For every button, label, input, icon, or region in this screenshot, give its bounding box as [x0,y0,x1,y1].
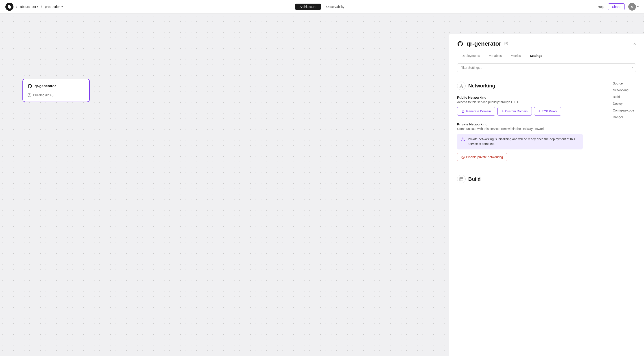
chevron-down-icon-1: ▾ [37,5,38,8]
clock-icon [28,93,32,97]
sidenav-source[interactable]: Source [613,82,640,85]
panel-github-icon [457,41,463,47]
breadcrumb-production[interactable]: production ▾ [45,5,63,9]
disable-private-networking-button[interactable]: Disable private networking [457,153,507,161]
disable-icon [461,155,465,159]
sidenav-build[interactable]: Build [613,95,640,99]
share-button[interactable]: Share [608,3,625,10]
help-link[interactable]: Help [598,5,604,9]
private-networking-info-text: Private networking is initializing and w… [468,137,579,146]
service-card-qr-generator[interactable]: qr-generator Building (0:39) [22,79,90,102]
custom-domain-button[interactable]: + Custom Domain [498,107,532,115]
network-info-icon [461,137,465,143]
topnav-right: Help Share U ▾ [598,3,638,11]
tcp-proxy-button[interactable]: + TCP Proxy [534,107,561,115]
generate-icon [461,110,465,113]
tab-observability[interactable]: Observability [322,4,349,10]
panel-tabs: Deployments Variables Metrics Settings [457,52,636,60]
public-networking-desc: Access to this service publicly through … [457,100,600,104]
networking-title: Networking [468,83,495,89]
service-card-header: qr-generator [28,84,85,89]
build-section: Build [457,168,600,184]
private-networking-desc: Communicate with this service from withi… [457,127,600,131]
panel-close-button[interactable]: × [633,42,636,46]
build-icon [457,175,466,184]
filter-slash-indicator: / [632,66,633,69]
svg-line-6 [461,86,463,87]
private-networking-info-box: Private networking is initializing and w… [457,134,583,149]
panel-sidenav: Source Networking Build Deploy Config-as… [608,75,644,356]
service-card-name: qr-generator [34,84,56,88]
panel-header: qr-generator × Deployments Variables Met… [449,34,644,60]
avatar-initials: U [631,5,633,8]
build-section-header: Build [457,175,600,184]
sidenav-deploy[interactable]: Deploy [613,102,640,105]
networking-icon [457,82,466,90]
service-card-status: Building (0:39) [28,93,85,97]
filter-settings-input[interactable] [457,63,636,72]
svg-point-8 [461,140,462,141]
sidenav-danger[interactable]: Danger [613,115,640,119]
railway-logo[interactable] [6,3,14,11]
svg-line-5 [460,86,461,87]
svg-point-3 [462,87,463,87]
svg-point-7 [462,138,463,138]
plus-icon-2: + [538,109,540,113]
svg-rect-15 [460,177,463,181]
networking-section-header: Networking [457,82,600,90]
svg-point-1 [461,84,462,85]
breadcrumb-absurd-pet[interactable]: absurd-pet ▾ [20,5,38,9]
breadcrumb-sep-1: / [16,4,17,9]
avatar-chevron-icon[interactable]: ▾ [637,5,638,8]
topnav: / absurd-pet ▾ / production ▾ Architectu… [0,0,644,14]
svg-line-12 [463,140,464,140]
tab-variables[interactable]: Variables [484,52,506,60]
tab-deployments[interactable]: Deployments [457,52,484,60]
public-networking-title: Public Networking [457,96,600,99]
generate-domain-button[interactable]: Generate Domain [457,107,495,115]
svg-line-14 [462,156,464,158]
filter-bar: / [449,60,644,75]
edit-icon[interactable] [504,42,508,46]
panel-title: qr-generator [466,40,501,47]
private-networking-section: Private Networking Communicate with this… [457,122,600,161]
svg-line-11 [462,140,463,140]
tab-settings[interactable]: Settings [525,52,546,60]
canvas: qr-generator Building (0:39) qr-generato… [0,14,644,356]
plus-icon-1: + [502,109,504,113]
tab-architecture[interactable]: Architecture [295,4,321,10]
detail-panel: qr-generator × Deployments Variables Met… [449,34,644,356]
public-networking-section: Public Networking Access to this service… [457,96,600,115]
sidenav-networking[interactable]: Networking [613,88,640,92]
build-title: Build [468,176,481,182]
topnav-center: Architecture Observability [295,4,349,10]
public-networking-buttons: Generate Domain + Custom Domain + TCP Pr… [457,107,600,115]
sidenav-config-as-code[interactable]: Config-as-code [613,109,640,112]
avatar[interactable]: U [628,3,636,11]
github-icon [28,84,32,89]
breadcrumb-sep-2: / [41,4,42,9]
panel-content: Networking Public Networking Access to t… [449,75,644,356]
filter-input-wrapper: / [457,63,636,72]
chevron-down-icon-2: ▾ [62,5,63,8]
tab-metrics[interactable]: Metrics [506,52,525,60]
svg-point-2 [460,87,460,87]
service-card-status-text: Building (0:39) [33,93,54,97]
panel-main: Networking Public Networking Access to t… [449,75,608,356]
svg-point-9 [464,140,464,141]
private-networking-title: Private Networking [457,122,600,126]
panel-title-row: qr-generator × [457,40,636,47]
